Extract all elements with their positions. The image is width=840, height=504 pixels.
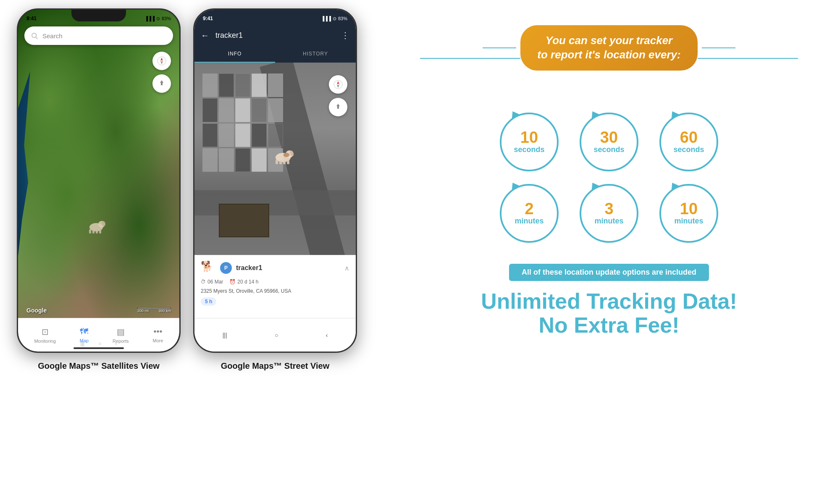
phone1-time: 9:41 — [26, 16, 37, 21]
scale-200mi: 200 mi — [137, 309, 149, 313]
share-button-1[interactable] — [152, 74, 171, 93]
parking-spot-14 — [252, 123, 267, 147]
parking-spot-15 — [268, 123, 283, 147]
tracker-collapse-button[interactable]: ∧ — [344, 264, 349, 272]
signal-icon: ▐▐▐ — [145, 16, 155, 21]
tab-history[interactable]: HISTORY — [275, 46, 356, 63]
circle-30sec: 30 seconds — [580, 113, 638, 171]
circle-2min: 2 minutes — [500, 184, 559, 243]
headline-line1: You can set your tracker — [546, 34, 673, 47]
nav-monitoring[interactable]: ⊡ Monitoring — [29, 323, 60, 347]
tab-history-label: HISTORY — [303, 51, 328, 57]
share-icon-1 — [158, 79, 166, 88]
circle-60sec-number: 60 — [680, 129, 698, 145]
scale-labels-1: 200 mi 300 km — [137, 309, 171, 313]
parking-spot-11 — [202, 123, 218, 147]
back-button[interactable]: ← — [201, 31, 209, 40]
svg-rect-6 — [96, 230, 98, 234]
phone1-wrapper: 9:41 ▐▐▐ ⊙ 83% Search — [17, 8, 181, 371]
parking-spot-7 — [219, 98, 234, 122]
aerial-map-area — [194, 63, 356, 281]
home-circle: ○ — [275, 332, 278, 339]
scale-bar-1: 200 mi 300 km — [137, 307, 171, 313]
svg-rect-5 — [92, 230, 94, 234]
circle-3min-unit: minutes — [594, 217, 623, 226]
signal-icon-2: ▐▐▐ — [321, 16, 331, 21]
building-aerial — [219, 204, 269, 237]
compass-icon-1 — [157, 56, 166, 66]
wifi-icon: ⊙ — [156, 16, 160, 21]
tracker-menu-button[interactable]: ⋮ — [341, 30, 349, 40]
svg-rect-15 — [279, 160, 282, 164]
tab-info[interactable]: INFO — [194, 46, 275, 63]
date-clock-icon: ⏱ — [201, 279, 206, 285]
nav-more[interactable]: ••• More — [147, 323, 168, 346]
circle-10min-unit: minutes — [674, 217, 703, 226]
headline-box: You can set your tracker to report it's … — [520, 25, 697, 71]
phone2-battery: ▐▐▐ ⊙ 83% — [321, 16, 347, 21]
time-value: 20 d 14 h — [237, 279, 258, 285]
search-bar[interactable]: Search — [24, 26, 173, 45]
share-icon-2 — [334, 103, 342, 111]
main-container: 9:41 ▐▐▐ ⊙ 83% Search — [0, 0, 840, 504]
tracker-name-label: tracker1 — [236, 264, 340, 272]
circle-2min-unit: minutes — [514, 217, 543, 226]
reports-icon: ▤ — [117, 327, 125, 337]
svg-rect-17 — [287, 160, 289, 164]
tracker-info-panel: 🐕 P tracker1 ∧ ⏱ 06 Mar — [194, 255, 356, 318]
svg-point-0 — [32, 33, 37, 38]
wifi-icon-2: ⊙ — [333, 16, 336, 21]
tracker-p-badge: P — [220, 262, 232, 274]
circle-30sec-number: 30 — [600, 129, 618, 145]
phone1-caption: Google Maps™ Satellites View — [38, 361, 160, 371]
phone1-status-bar: 9:41 ▐▐▐ ⊙ 83% — [18, 10, 179, 25]
phone1-frame: 9:41 ▐▐▐ ⊙ 83% Search — [17, 8, 181, 353]
tracker-address: 2325 Myers St, Oroville, CA 95966, USA — [201, 288, 349, 294]
parking-spot-19 — [252, 148, 267, 172]
parking-spot-9 — [252, 98, 267, 122]
svg-rect-4 — [89, 229, 91, 234]
svg-marker-22 — [337, 84, 339, 88]
p-label: P — [224, 265, 228, 271]
parking-spot-16 — [202, 148, 218, 172]
circle-10min: 10 minutes — [659, 184, 718, 243]
circle-10sec: 10 seconds — [500, 113, 559, 171]
svg-line-1 — [36, 37, 37, 39]
svg-rect-16 — [283, 160, 286, 164]
headline-text: You can set your tracker to report it's … — [537, 34, 680, 62]
parking-spot-8 — [235, 98, 250, 122]
circle-3min: 3 minutes — [580, 184, 638, 243]
unlimited-text: Unlimited Tracking Data! — [481, 289, 737, 313]
tracker-date: ⏱ 06 Mar — [201, 279, 223, 285]
phone1-gesture-bar: |||○‹ — [74, 347, 124, 349]
svg-marker-21 — [337, 81, 339, 84]
parking-spot-18 — [235, 148, 250, 172]
phone2-wrapper: 9:41 ▐▐▐ ⊙ 83% ← tracker1 ⋮ — [193, 8, 357, 371]
tracker-title: tracker1 — [215, 31, 341, 40]
battery-label: 83% — [162, 16, 171, 21]
monitoring-icon: ⊡ — [42, 327, 49, 337]
phone2-time: 9:41 — [203, 16, 213, 21]
parking-spots — [202, 74, 283, 172]
circle-10sec-unit: seconds — [514, 145, 544, 155]
parking-spot-12 — [219, 123, 234, 147]
share-button-2[interactable] — [329, 98, 347, 116]
parking-spot-3 — [235, 74, 250, 97]
tracker-time: ⏰ 20 d 14 h — [229, 279, 258, 285]
compass-button-1[interactable] — [152, 52, 171, 70]
phone1-battery: ▐▐▐ ⊙ 83% — [145, 16, 171, 21]
compass-button-2[interactable] — [329, 75, 347, 94]
water-area — [18, 71, 58, 256]
search-icon — [31, 32, 38, 39]
tracker-header: ← tracker1 ⋮ — [194, 25, 356, 46]
circle-60sec-unit: seconds — [673, 145, 704, 155]
tracker-info-header: 🐕 P tracker1 ∧ — [201, 260, 349, 276]
phone2-frame: 9:41 ▐▐▐ ⊙ 83% ← tracker1 ⋮ — [193, 8, 357, 353]
left-line — [420, 58, 520, 59]
circle-10sec-number: 10 — [520, 129, 538, 145]
dog-satellite-icon — [86, 217, 105, 231]
right-line — [698, 58, 798, 59]
scale-300km: 300 km — [158, 309, 171, 313]
tab-info-label: INFO — [228, 51, 242, 57]
svg-marker-11 — [160, 61, 163, 64]
